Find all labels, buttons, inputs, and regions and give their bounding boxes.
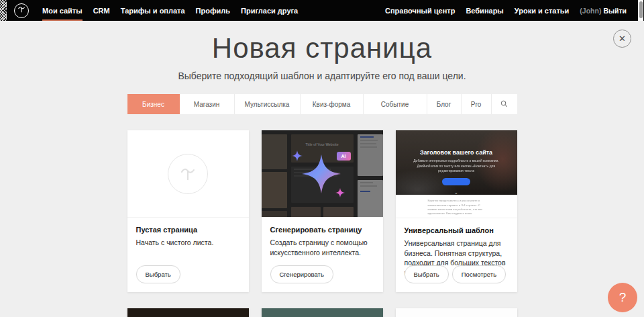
template-body-text: Коротко представьтесь и расскажите о ком… — [428, 199, 485, 212]
ai-preview: Title of Your Website — [262, 130, 383, 218]
tab-multilink[interactable]: Мультиссылка — [235, 94, 301, 114]
tab-pro[interactable]: Pro — [462, 94, 492, 114]
card-description: Начать с чистого листа. — [136, 238, 240, 248]
nav-item-help-center[interactable]: Справочный центр — [385, 0, 455, 21]
scrollbar-thumb[interactable] — [639, 1, 643, 18]
card-title: Сгенерировать страницу — [270, 226, 374, 234]
card-template-teal[interactable] — [262, 308, 383, 317]
ai-card-body: Сгенерировать страницу Создать страницу … — [262, 218, 383, 265]
tab-shop[interactable]: Магазин — [180, 94, 235, 114]
help-button[interactable]: ? — [608, 283, 637, 312]
nav-item-logout[interactable]: (John) Выйти — [580, 0, 627, 21]
card-universal-template[interactable]: Заголовок вашего сайта Добавьте интересн… — [396, 130, 517, 292]
template-hero: Заголовок вашего сайта Добавьте интересн… — [396, 130, 517, 195]
universal-template-preview: Заголовок вашего сайта Добавьте интересн… — [396, 130, 517, 218]
card-title: Универсальный шаблон — [405, 226, 508, 234]
chevron-down-icon: ⌄ — [454, 191, 458, 194]
question-mark-icon: ? — [619, 290, 627, 304]
main-content: Новая страница Выберите подходящий шабло… — [127, 32, 517, 317]
tilda-watermark-icon — [168, 154, 208, 194]
universal-card-actions: Выбрать Посмотреть — [405, 265, 506, 283]
page-scrollbar[interactable] — [638, 0, 643, 21]
nav-left-group: Мои сайты CRM Тарифы и оплата Профиль Пр… — [42, 0, 298, 21]
blank-page-preview — [127, 130, 249, 218]
close-button[interactable]: ✕ — [613, 30, 631, 48]
nav-item-my-sites[interactable]: Мои сайты — [42, 0, 83, 21]
template-hero-subtext: Добавьте интересные подробности о вашей … — [409, 158, 503, 174]
page-title: Новая страница — [127, 32, 517, 64]
template-text-section: Коротко представьтесь и расскажите о ком… — [396, 195, 517, 218]
tilda-logo[interactable] — [14, 3, 29, 18]
tab-search[interactable] — [492, 94, 517, 114]
nav-logout-label: Выйти — [603, 7, 627, 15]
ai-card-actions: Сгенерировать — [270, 265, 333, 283]
top-navigation: Мои сайты CRM Тарифы и оплата Профиль Пр… — [0, 0, 644, 21]
template-cards-row-2 — [127, 308, 517, 317]
tilda-pattern-edge — [0, 0, 7, 21]
blank-page-actions: Выбрать — [136, 265, 180, 283]
nav-item-profile[interactable]: Профиль — [196, 0, 230, 21]
card-description: Создать страницу с помощью искусственног… — [270, 238, 374, 257]
nav-right-group: Справочный центр Вебинары Уроки и статьи… — [385, 0, 627, 21]
nav-item-webinars[interactable]: Вебинары — [466, 0, 503, 21]
sparkle-pink-icon — [335, 188, 345, 200]
card-blank-page[interactable]: Пустая страница Начать с чистого листа. … — [127, 130, 249, 292]
template-cards-row: Пустая страница Начать с чистого листа. … — [127, 130, 517, 292]
card-template-light[interactable] — [396, 308, 517, 317]
nav-item-invite-friend[interactable]: Пригласи друга — [241, 0, 298, 21]
page-subtitle: Выберите подходящий шаблон и адаптируйте… — [127, 71, 517, 81]
card-title: Пустая страница — [136, 226, 240, 234]
generate-button[interactable]: Сгенерировать — [270, 265, 333, 283]
template-category-tabs: Бизнес Магазин Мультиссылка Квиз-форма С… — [127, 94, 517, 114]
card-generate-ai[interactable]: Title of Your Website — [262, 130, 383, 292]
sparkle-small-icon — [292, 150, 303, 164]
template-hero-heading: Заголовок вашего сайта — [420, 149, 492, 156]
tab-business[interactable]: Бизнес — [127, 94, 180, 114]
blank-page-card-body: Пустая страница Начать с чистого листа. — [127, 218, 249, 256]
card-template-dark[interactable] — [127, 308, 249, 317]
select-button[interactable]: Выбрать — [136, 265, 180, 283]
tab-event[interactable]: Событие — [364, 94, 427, 114]
tab-quiz-form[interactable]: Квиз-форма — [301, 94, 364, 114]
select-button[interactable]: Выбрать — [405, 265, 449, 283]
preview-button[interactable]: Посмотреть — [452, 265, 506, 283]
nav-username: (John) — [580, 7, 601, 15]
search-icon — [500, 100, 508, 109]
nav-item-crm[interactable]: CRM — [93, 0, 110, 21]
tab-blog[interactable]: Блог — [427, 94, 462, 114]
nav-item-plans[interactable]: Тарифы и оплата — [121, 0, 185, 21]
close-icon: ✕ — [619, 34, 626, 44]
ai-badge: AI — [337, 152, 351, 161]
tilda-logo-icon — [17, 5, 26, 17]
nav-item-lessons[interactable]: Уроки и статьи — [515, 0, 570, 21]
template-hero-button — [442, 178, 470, 185]
